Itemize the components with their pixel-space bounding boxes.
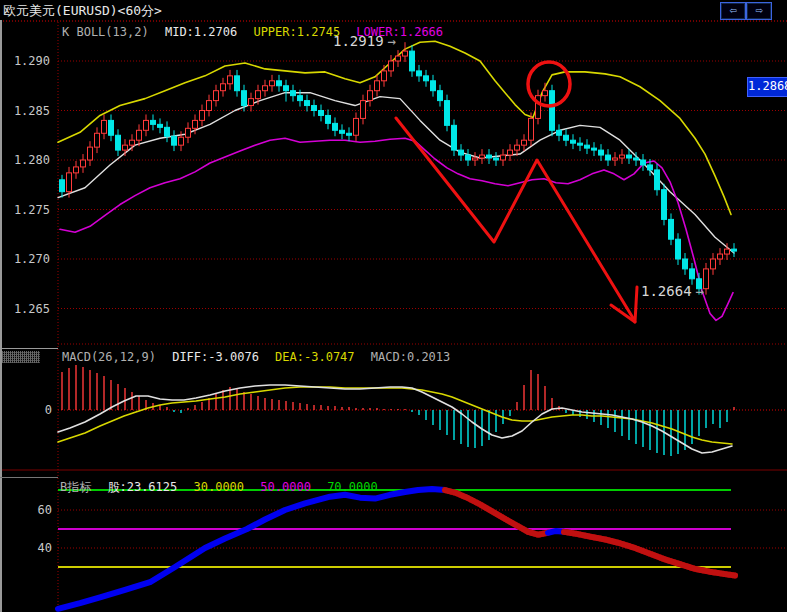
price-axis-label: 1.290 bbox=[0, 54, 50, 68]
scroll-left-button[interactable]: ⇦ bbox=[720, 2, 746, 20]
b-level50-label: 50.0000 bbox=[260, 480, 311, 494]
peak-price-label: 1.2919 bbox=[333, 33, 384, 49]
low-price-label: 1.2664 bbox=[641, 283, 692, 299]
b-name-label: B指标 bbox=[60, 480, 91, 494]
candles bbox=[60, 42, 737, 294]
macd-macd-value: MACD:0.2013 bbox=[371, 350, 450, 364]
macd-dea-value: DEA:-3.0747 bbox=[275, 350, 354, 364]
chart-canvas bbox=[0, 0, 787, 612]
price-axis-label: 1.270 bbox=[0, 252, 50, 266]
trading-app-window: 欧元美元(EURUSD)<60分> ⇦ ⇨ K BOLL(13,2) MID:1… bbox=[0, 0, 787, 612]
b-axis-label: 40 bbox=[30, 541, 52, 555]
macd-indicator-header: MACD(26,12,9) DIFF:-3.0076 DEA:-3.0747 M… bbox=[62, 350, 459, 364]
b-axis-label: 60 bbox=[30, 503, 52, 517]
b-level70-label: 70.0000 bbox=[327, 480, 378, 494]
price-axis-label: 1.275 bbox=[0, 203, 50, 217]
window-title: 欧元美元(EURUSD)<60分> bbox=[3, 2, 162, 20]
boll-upper-value: UPPER:1.2745 bbox=[253, 25, 340, 39]
panel-separator bbox=[0, 348, 58, 349]
right-arrow-icon: → bbox=[388, 33, 396, 49]
peak-price-annotation: 1.2919→ bbox=[333, 33, 396, 49]
b-level30-label: 30.0000 bbox=[194, 480, 245, 494]
scroll-right-button[interactable]: ⇨ bbox=[746, 2, 772, 20]
macd-name-label: MACD(26,12,9) bbox=[62, 350, 156, 364]
boll-mid-value: MID:1.2706 bbox=[165, 25, 237, 39]
price-axis-label: 1.265 bbox=[0, 302, 50, 316]
b-value: 股:23.6125 bbox=[107, 480, 177, 494]
title-bar: 欧元美元(EURUSD)<60分> bbox=[0, 0, 787, 20]
trend-annotations bbox=[396, 62, 637, 322]
price-axis-label: 1.285 bbox=[0, 104, 50, 118]
panel-separator-2 bbox=[0, 477, 58, 478]
b-indicator-header: B指标 股:23.6125 30.0000 50.0000 70.0000 bbox=[60, 479, 387, 496]
b-indicator-panel bbox=[58, 489, 787, 609]
macd-panel bbox=[0, 365, 787, 470]
last-price-tag: 1.2868 bbox=[747, 77, 787, 97]
price-axis-label: 1.280 bbox=[0, 153, 50, 167]
panel-grip-texture bbox=[2, 351, 40, 363]
macd-diff-value: DIFF:-3.0076 bbox=[172, 350, 259, 364]
right-arrow-icon: → bbox=[696, 283, 704, 299]
boll-name-label: K BOLL(13,2) bbox=[62, 25, 149, 39]
macd-zero-label: 0 bbox=[30, 403, 52, 417]
bollinger-bands bbox=[58, 41, 734, 320]
low-price-annotation: 1.2664→ bbox=[641, 283, 704, 299]
